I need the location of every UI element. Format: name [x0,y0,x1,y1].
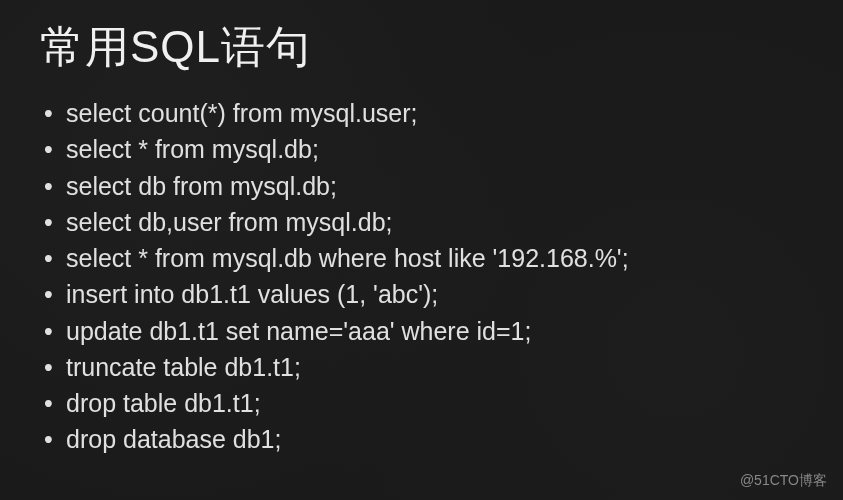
list-item: select * from mysql.db; [44,131,803,167]
list-item: select count(*) from mysql.user; [44,95,803,131]
slide-title: 常用SQL语句 [40,18,803,77]
list-item: select db from mysql.db; [44,168,803,204]
sql-statement-list: select count(*) from mysql.user; select … [40,95,803,458]
list-item: select db,user from mysql.db; [44,204,803,240]
list-item: drop table db1.t1; [44,385,803,421]
list-item: insert into db1.t1 values (1, 'abc'); [44,276,803,312]
slide-container: 常用SQL语句 select count(*) from mysql.user;… [0,0,843,500]
list-item: truncate table db1.t1; [44,349,803,385]
list-item: drop database db1; [44,421,803,457]
watermark-text: @51CTO博客 [740,472,827,490]
list-item: update db1.t1 set name='aaa' where id=1; [44,313,803,349]
list-item: select * from mysql.db where host like '… [44,240,803,276]
